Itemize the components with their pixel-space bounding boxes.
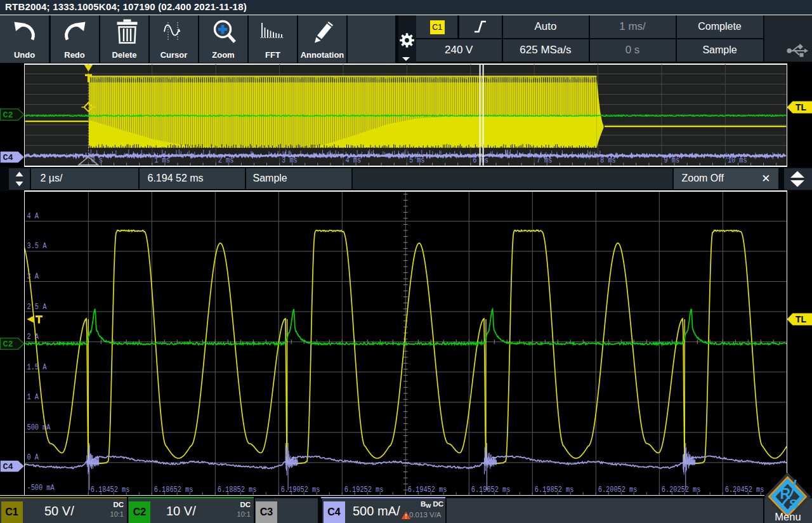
svg-text:TL: TL bbox=[796, 102, 807, 112]
svg-text:6.19452 ms: 6.19452 ms bbox=[408, 486, 447, 494]
svg-text:6.19052 ms: 6.19052 ms bbox=[281, 486, 320, 494]
svg-text:5 ms: 5 ms bbox=[409, 156, 425, 165]
svg-text:0 A: 0 A bbox=[27, 453, 39, 462]
svg-text:9 ms: 9 ms bbox=[664, 156, 680, 165]
svg-text:6.18452 ms: 6.18452 ms bbox=[91, 486, 130, 494]
svg-text:8 ms: 8 ms bbox=[600, 156, 616, 165]
svg-text:3.5 A: 3.5 A bbox=[27, 242, 47, 251]
svg-text:1.5 A: 1.5 A bbox=[27, 363, 47, 372]
svg-text:3 ms: 3 ms bbox=[282, 156, 298, 165]
svg-text:6.20452 ms: 6.20452 ms bbox=[725, 486, 764, 494]
svg-text:-500 mA: -500 mA bbox=[27, 484, 55, 493]
svg-text:6.18852 ms: 6.18852 ms bbox=[218, 486, 257, 494]
svg-text:4 A: 4 A bbox=[27, 212, 39, 221]
svg-text:4 ms: 4 ms bbox=[346, 156, 362, 165]
svg-text:S: S bbox=[789, 496, 798, 511]
svg-text:2 A: 2 A bbox=[27, 333, 39, 341]
svg-text:6.20252 ms: 6.20252 ms bbox=[662, 486, 701, 494]
svg-text:TL: TL bbox=[796, 314, 807, 324]
svg-text:6.18652 ms: 6.18652 ms bbox=[154, 486, 193, 494]
svg-text:7 ms: 7 ms bbox=[537, 156, 553, 165]
svg-text:C2: C2 bbox=[3, 110, 13, 120]
svg-text:6 ms: 6 ms bbox=[473, 156, 488, 165]
svg-text:1 A: 1 A bbox=[27, 393, 39, 402]
svg-text:6.19852 ms: 6.19852 ms bbox=[535, 486, 574, 494]
svg-text:3 A: 3 A bbox=[27, 272, 39, 281]
svg-text:C4: C4 bbox=[3, 462, 13, 472]
svg-text:6.19252 ms: 6.19252 ms bbox=[344, 486, 384, 494]
svg-text:2 ms: 2 ms bbox=[218, 156, 234, 165]
svg-text:500 mA: 500 mA bbox=[27, 423, 51, 432]
svg-text:C2: C2 bbox=[3, 340, 13, 349]
svg-text:1 ms: 1 ms bbox=[154, 156, 170, 165]
svg-text:10 ms: 10 ms bbox=[728, 156, 747, 165]
svg-text:6.20052 ms: 6.20052 ms bbox=[598, 486, 638, 494]
svg-text:C4: C4 bbox=[3, 153, 13, 162]
svg-text:6.19652 ms: 6.19652 ms bbox=[471, 486, 511, 494]
svg-text:2.5 A: 2.5 A bbox=[27, 303, 47, 312]
